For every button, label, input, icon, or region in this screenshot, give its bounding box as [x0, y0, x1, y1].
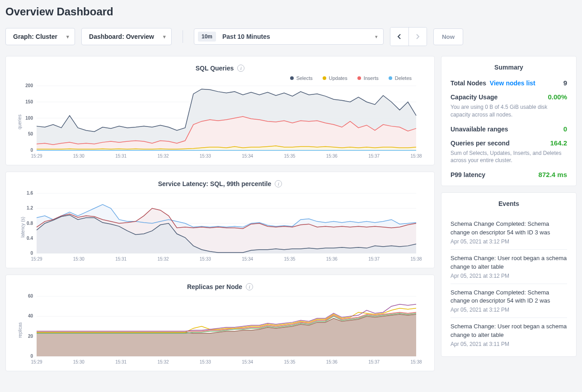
svg-text:15:31: 15:31 — [115, 359, 127, 364]
svg-text:15:31: 15:31 — [115, 154, 127, 159]
info-icon[interactable]: i — [237, 65, 244, 72]
svg-text:15:29: 15:29 — [31, 154, 42, 159]
chart-title-latency: Service Latency: SQL, 99th percentile — [158, 180, 272, 187]
view-nodes-link[interactable]: View nodes list — [490, 79, 535, 87]
time-range-select[interactable]: 10m Past 10 Minutes — [194, 28, 384, 45]
toolbar-divider — [183, 30, 183, 43]
total-nodes-label: Total Nodes — [451, 79, 486, 87]
event-item[interactable]: Schema Change Completed: Schema change o… — [451, 284, 567, 318]
chart-title-replicas: Replicas per Node — [187, 283, 242, 290]
event-text: Schema Change Completed: Schema change o… — [451, 289, 567, 306]
svg-text:15:34: 15:34 — [242, 257, 253, 261]
event-item[interactable]: Schema Change: User root began a schema … — [451, 318, 567, 352]
legend-item[interactable]: Updates — [323, 75, 347, 81]
svg-text:150: 150 — [25, 99, 33, 104]
svg-text:15:29: 15:29 — [31, 359, 42, 364]
svg-text:15:33: 15:33 — [200, 154, 211, 159]
qps-desc: Sum of Selects, Updates, Inserts, and De… — [451, 149, 567, 165]
svg-text:0.4: 0.4 — [27, 236, 33, 241]
svg-text:15:32: 15:32 — [157, 154, 169, 159]
event-time: Apr 05, 2021 at 3:12 PM — [451, 307, 567, 313]
svg-text:15:34: 15:34 — [242, 359, 253, 364]
unavailable-label: Unavailable ranges — [451, 126, 508, 133]
summary-title: Summary — [451, 64, 567, 71]
next-button[interactable] — [408, 28, 427, 46]
svg-text:15:36: 15:36 — [326, 257, 338, 261]
event-item[interactable]: Schema Change Completed: Schema change o… — [451, 215, 567, 250]
svg-text:15:38: 15:38 — [410, 154, 422, 159]
chart-legend: SelectsUpdatesInsertsDeletes — [15, 75, 425, 81]
p99-label: P99 latency — [451, 171, 485, 178]
event-text: Schema Change: User root began a schema … — [451, 254, 567, 271]
info-icon[interactable]: i — [246, 283, 253, 290]
capacity-desc: You are using 0 B of 4.5 GiB usable disk… — [451, 103, 567, 119]
replicas-chart[interactable]: 020406015:2915:3015:3115:3215:3315:3415:… — [15, 294, 425, 366]
svg-text:0: 0 — [30, 354, 33, 359]
svg-text:0: 0 — [30, 148, 33, 153]
svg-text:15:32: 15:32 — [157, 359, 169, 364]
sql-queries-panel: SQL Queriesi SelectsUpdatesInsertsDelete… — [5, 56, 435, 165]
time-range-label: Past 10 Minutes — [222, 33, 270, 40]
capacity-label: Capacity Usage — [451, 93, 498, 101]
sql-queries-chart[interactable]: 05010015020015:2915:3015:3115:3215:3315:… — [15, 84, 425, 160]
event-item[interactable]: Schema Change: User root began a schema … — [451, 250, 567, 284]
legend-item[interactable]: Inserts — [357, 75, 379, 81]
graph-select[interactable]: Graph: Cluster — [5, 28, 75, 45]
svg-text:100: 100 — [25, 116, 33, 121]
svg-text:0: 0 — [30, 251, 33, 256]
svg-text:50: 50 — [28, 131, 33, 136]
svg-text:15:33: 15:33 — [200, 257, 211, 261]
svg-text:1.2: 1.2 — [27, 205, 33, 210]
event-time: Apr 05, 2021 at 3:12 PM — [451, 273, 567, 279]
event-text: Schema Change: User root began a schema … — [451, 322, 567, 340]
latency-panel: Service Latency: SQL, 99th percentilei l… — [5, 172, 435, 268]
svg-text:15:33: 15:33 — [200, 359, 211, 364]
qps-label: Queries per second — [451, 140, 510, 147]
info-icon[interactable]: i — [275, 180, 282, 187]
prev-button[interactable] — [390, 28, 408, 46]
svg-text:15:36: 15:36 — [326, 359, 338, 364]
capacity-value: 0.00% — [548, 93, 567, 101]
total-nodes-value: 9 — [563, 79, 567, 87]
time-nav-buttons — [390, 27, 427, 46]
summary-panel: Summary Total Nodes View nodes list 9 Ca… — [441, 56, 577, 186]
page-title: Overview Dashboard — [5, 5, 577, 18]
legend-item[interactable]: Selects — [290, 75, 313, 81]
svg-text:15:29: 15:29 — [31, 257, 42, 261]
svg-text:15:30: 15:30 — [73, 359, 84, 364]
event-text: Schema Change Completed: Schema change o… — [451, 220, 567, 237]
svg-text:15:30: 15:30 — [73, 257, 84, 261]
svg-text:15:34: 15:34 — [242, 154, 253, 159]
svg-text:15:32: 15:32 — [157, 257, 169, 261]
events-title: Events — [451, 200, 567, 207]
time-range-badge: 10m — [198, 32, 216, 42]
svg-text:15:38: 15:38 — [410, 257, 422, 261]
dashboard-select[interactable]: Dashboard: Overview — [81, 28, 172, 45]
svg-text:15:38: 15:38 — [410, 359, 422, 364]
legend-item[interactable]: Deletes — [389, 75, 412, 81]
chart-title-sql: SQL Queries — [196, 65, 234, 72]
event-time: Apr 05, 2021 at 3:12 PM — [451, 238, 567, 245]
p99-value: 872.4 ms — [539, 171, 567, 178]
event-time: Apr 05, 2021 at 3:11 PM — [451, 341, 567, 347]
toolbar: Graph: Cluster Dashboard: Overview 10m P… — [5, 27, 577, 46]
svg-text:15:35: 15:35 — [284, 359, 295, 364]
svg-text:15:37: 15:37 — [368, 257, 380, 261]
unavailable-value: 0 — [563, 125, 567, 133]
qps-value: 164.2 — [550, 139, 567, 147]
svg-text:15:35: 15:35 — [284, 154, 295, 159]
y-axis-label: latency (s) — [20, 217, 25, 238]
svg-text:15:30: 15:30 — [73, 154, 84, 159]
svg-text:1.6: 1.6 — [27, 191, 33, 196]
latency-chart[interactable]: 00.40.81.21.615:2915:3015:3115:3215:3315… — [15, 191, 425, 263]
svg-text:0.8: 0.8 — [27, 221, 33, 226]
svg-text:15:37: 15:37 — [368, 154, 380, 159]
now-button[interactable]: Now — [433, 28, 463, 45]
svg-text:15:31: 15:31 — [115, 257, 127, 261]
replicas-panel: Replicas per Nodei replicas 020406015:29… — [5, 275, 435, 371]
y-axis-label: queries — [17, 115, 22, 130]
svg-text:60: 60 — [28, 294, 33, 299]
events-panel: Events Schema Change Completed: Schema c… — [441, 192, 577, 357]
y-axis-label: replicas — [18, 322, 23, 338]
svg-text:40: 40 — [28, 313, 33, 318]
